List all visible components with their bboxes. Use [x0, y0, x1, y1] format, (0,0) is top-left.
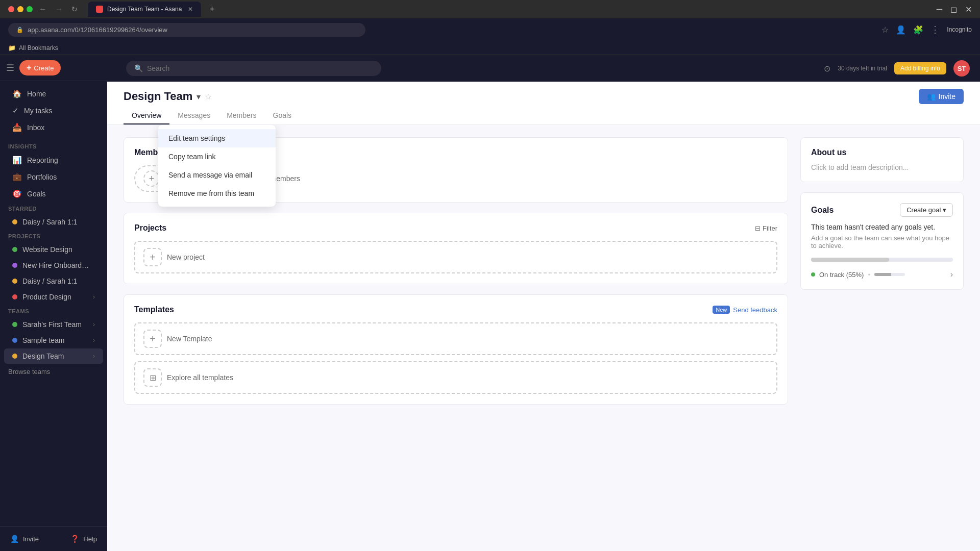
sidebar-item-inbox[interactable]: 📥 Inbox [4, 119, 103, 136]
create-button[interactable]: + Create [19, 60, 61, 76]
goal-separator: • [868, 271, 870, 279]
search-input[interactable] [147, 64, 373, 72]
tabs-row: Overview Messages Members Goals [124, 107, 964, 124]
browser-actions: ☆ 👤 🧩 ⋮ Incognito [881, 24, 972, 35]
about-title: About us [811, 148, 953, 157]
sidebar-item-new-hire[interactable]: New Hire Onboarding Ch... [4, 258, 103, 273]
title-dropdown-icon[interactable]: ▾ [197, 92, 201, 102]
goal-mini-progress [874, 273, 905, 276]
sidebar-item-my-tasks[interactable]: ✓ My tasks [4, 103, 103, 119]
sample-team-arrow: › [93, 337, 95, 344]
goals-progress-bar-bg [811, 258, 953, 262]
trial-text: 30 days left in trial [838, 65, 887, 72]
new-templates-badge: New [713, 306, 730, 314]
sidebar-item-sarahs-team[interactable]: Sarah's First Team › [4, 317, 103, 332]
profile-icon[interactable]: 👤 [896, 25, 906, 35]
filter-button[interactable]: ⊟ Filter [755, 224, 777, 232]
goal-more-icon[interactable]: › [950, 270, 953, 279]
invite-footer-icon: 👤 [10, 535, 19, 543]
home-icon: 🏠 [12, 89, 22, 98]
inbox-icon: 📥 [12, 123, 22, 132]
browser-forward-btn[interactable]: → [53, 5, 65, 14]
maximize-icon[interactable]: ◻ [950, 5, 957, 14]
add-billing-button[interactable]: Add billing info [894, 62, 946, 74]
tab-active[interactable]: Design Team Team - Asana ✕ [88, 2, 201, 17]
incognito-label: Incognito [947, 26, 972, 33]
title-star-icon[interactable]: ☆ [205, 92, 212, 102]
browser-chrome: ← → ↻ Design Team Team - Asana ✕ + ─ ◻ ✕ [0, 0, 980, 18]
sidebar-item-goals[interactable]: 🎯 Goals [4, 186, 103, 202]
explore-templates-button[interactable]: ⊞ Explore all templates [134, 361, 777, 394]
goals-description: Add a goal so the team can see what you … [811, 234, 953, 249]
tasks-icon: ✓ [12, 106, 19, 115]
sidebar-item-home[interactable]: 🏠 Home [4, 86, 103, 102]
send-feedback-link[interactable]: Send feedback [733, 306, 777, 314]
goals-icon: 🎯 [12, 189, 22, 198]
sidebar-item-website-design[interactable]: Website Design [4, 242, 103, 257]
browse-teams-link[interactable]: Browse teams [0, 364, 107, 379]
invite-btn-icon: 👥 [927, 92, 936, 101]
clock-icon[interactable]: ⊙ [824, 64, 830, 73]
side-panel: About us Click to add team description..… [800, 137, 964, 539]
goal-item: On track (55%) • › [811, 270, 953, 279]
sidebar-menu-icon[interactable]: ☰ [6, 62, 14, 73]
search-bar[interactable]: 🔍 [126, 61, 381, 76]
sidebar-item-daisy-sarah[interactable]: Daisy / Sarah 1:1 [4, 214, 103, 230]
dropdown-item-remove-me[interactable]: Remove me from this team [158, 184, 276, 203]
tab-members[interactable]: Members [218, 107, 264, 124]
sidebar: ☰ + Create 🏠 Home ✓ My tasks 📥 Inbox Ins [0, 55, 107, 551]
topbar-right: ⊙ 30 days left in trial Add billing info… [824, 60, 970, 77]
sidebar-section-projects: Projects [0, 230, 107, 241]
tab-title: Design Team Team - Asana [107, 6, 182, 13]
new-project-button[interactable]: + New project [134, 241, 777, 273]
user-avatar[interactable]: ST [953, 60, 970, 77]
extensions-icon[interactable]: 🧩 [913, 25, 923, 35]
help-footer-btn[interactable]: ❓ Help [64, 531, 103, 547]
minimize-icon[interactable]: ─ [937, 5, 942, 14]
tab-close-icon[interactable]: ✕ [188, 6, 193, 13]
sidebar-section-teams: Teams [0, 305, 107, 316]
invite-footer-btn[interactable]: 👤 Invite [4, 531, 60, 547]
about-description[interactable]: Click to add team description... [811, 163, 953, 171]
more-options-icon[interactable]: ⋮ [930, 24, 940, 35]
sidebar-item-design-team[interactable]: Design Team › [4, 348, 103, 364]
new-template-button[interactable]: + New Template [134, 322, 777, 355]
close-window-icon[interactable]: ✕ [965, 5, 972, 14]
bookmarks-label[interactable]: All Bookmarks [19, 44, 58, 52]
browser-reload-btn[interactable]: ↻ [69, 5, 80, 13]
bookmark-icon[interactable]: ☆ [881, 25, 889, 35]
url-field[interactable]: 🔒 app.asana.com/0/1206166192996264/overv… [8, 23, 365, 37]
sidebar-item-product-design[interactable]: Product Design › [4, 289, 103, 305]
goals-empty-text: This team hasn't created any goals yet. [811, 223, 953, 231]
sidebar-item-portfolios[interactable]: 💼 Portfolios [4, 169, 103, 185]
new-tab-button[interactable]: + [205, 4, 219, 15]
reporting-icon: 📊 [12, 156, 22, 165]
dropdown-item-edit-settings[interactable]: Edit team settings [158, 129, 276, 147]
goals-card: Goals Create goal ▾ This team hasn't cre… [800, 192, 964, 290]
sidebar-item-sample-team[interactable]: Sample team › [4, 333, 103, 348]
window-controls[interactable] [8, 6, 33, 12]
help-icon: ❓ [70, 535, 79, 543]
create-goal-button[interactable]: Create goal ▾ [900, 203, 953, 217]
search-icon: 🔍 [134, 64, 143, 72]
templates-title: Templates [134, 305, 174, 314]
invite-button[interactable]: 👥 Invite [919, 89, 964, 104]
tab-messages[interactable]: Messages [169, 107, 218, 124]
projects-card: Projects ⊟ Filter + New project [124, 213, 788, 284]
app-topbar: 🔍 ⊙ 30 days left in trial Add billing in… [107, 55, 980, 82]
page-title: Design Team [124, 90, 192, 103]
filter-icon: ⊟ [755, 224, 761, 232]
dropdown-item-send-email[interactable]: Send a message via email [158, 166, 276, 184]
sidebar-item-reporting[interactable]: 📊 Reporting [4, 152, 103, 168]
browser-back-btn[interactable]: ← [37, 5, 49, 14]
tab-goals[interactable]: Goals [265, 107, 300, 124]
sarahs-team-arrow: › [93, 321, 95, 328]
on-track-label: On track (55%) [819, 271, 864, 279]
sidebar-item-daisy-sarah2[interactable]: Daisy / Sarah 1:1 [4, 273, 103, 289]
dropdown-item-copy-link[interactable]: Copy team link [158, 147, 276, 166]
tab-overview[interactable]: Overview [124, 107, 169, 124]
url-bar: 🔒 app.asana.com/0/1206166192996264/overv… [0, 18, 980, 41]
content-area: Members (3) + Add member ••• Manage memb… [107, 125, 980, 551]
on-track-dot [811, 272, 815, 277]
product-design-arrow: › [93, 293, 95, 300]
